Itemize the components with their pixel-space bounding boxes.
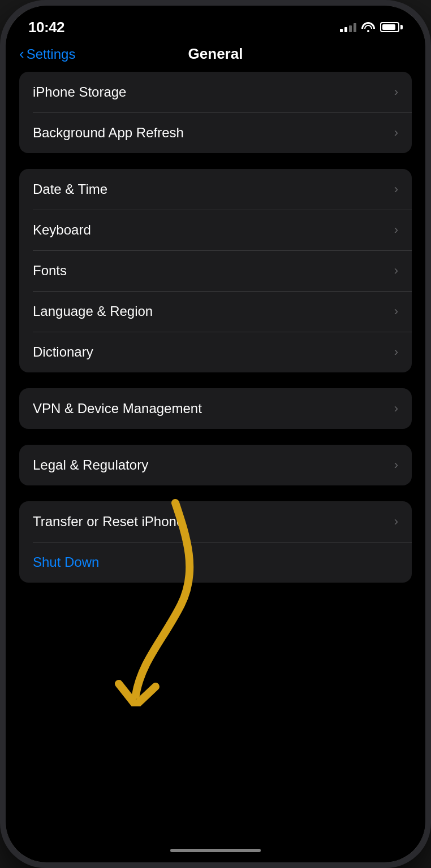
settings-row-shut-down[interactable]: Shut Down bbox=[19, 542, 412, 583]
settings-group-storage: iPhone Storage › Background App Refresh … bbox=[19, 72, 412, 153]
chevron-right-icon: › bbox=[394, 345, 398, 359]
chevron-right-icon: › bbox=[394, 125, 398, 140]
settings-row-transfer-reset[interactable]: Transfer or Reset iPhone › bbox=[19, 501, 412, 542]
chevron-right-icon: › bbox=[394, 182, 398, 197]
wifi-icon bbox=[362, 22, 374, 32]
settings-row-fonts[interactable]: Fonts › bbox=[19, 250, 412, 291]
settings-row-dictionary[interactable]: Dictionary › bbox=[19, 332, 412, 372]
back-chevron-icon: ‹ bbox=[19, 46, 24, 61]
back-button[interactable]: ‹ Settings bbox=[19, 46, 75, 62]
phone-frame: 10:42 ‹ Settings bbox=[0, 0, 431, 868]
settings-row-language-region[interactable]: Language & Region › bbox=[19, 291, 412, 332]
settings-row-date-time[interactable]: Date & Time › bbox=[19, 169, 412, 210]
settings-group-legal: Legal & Regulatory › bbox=[19, 445, 412, 485]
page-title: General bbox=[188, 45, 243, 63]
screen: 10:42 ‹ Settings bbox=[6, 6, 425, 862]
settings-row-vpn-device[interactable]: VPN & Device Management › bbox=[19, 388, 412, 429]
chevron-right-icon: › bbox=[394, 263, 398, 278]
background-app-refresh-label: Background App Refresh bbox=[33, 125, 184, 141]
notch bbox=[153, 6, 278, 27]
settings-group-vpn: VPN & Device Management › bbox=[19, 388, 412, 429]
chevron-right-icon: › bbox=[394, 401, 398, 416]
settings-row-keyboard[interactable]: Keyboard › bbox=[19, 210, 412, 250]
status-time: 10:42 bbox=[28, 19, 64, 36]
back-label: Settings bbox=[27, 46, 76, 62]
settings-row-iphone-storage[interactable]: iPhone Storage › bbox=[19, 72, 412, 112]
status-icons bbox=[340, 22, 403, 32]
home-indicator bbox=[170, 849, 261, 852]
date-time-label: Date & Time bbox=[33, 181, 107, 197]
nav-header: ‹ Settings General bbox=[6, 40, 425, 72]
signal-icon bbox=[340, 22, 356, 32]
settings-row-background-app-refresh[interactable]: Background App Refresh › bbox=[19, 112, 412, 153]
iphone-storage-label: iPhone Storage bbox=[33, 84, 126, 100]
settings-group-locale: Date & Time › Keyboard › Fonts › Languag… bbox=[19, 169, 412, 372]
keyboard-label: Keyboard bbox=[33, 222, 91, 238]
chevron-right-icon: › bbox=[394, 458, 398, 472]
settings-row-legal-regulatory[interactable]: Legal & Regulatory › bbox=[19, 445, 412, 485]
language-region-label: Language & Region bbox=[33, 303, 153, 319]
chevron-right-icon: › bbox=[394, 304, 398, 319]
settings-group-reset: Transfer or Reset iPhone › Shut Down bbox=[19, 501, 412, 583]
transfer-reset-label: Transfer or Reset iPhone bbox=[33, 514, 184, 530]
chevron-right-icon: › bbox=[394, 85, 398, 99]
chevron-right-icon: › bbox=[394, 223, 398, 237]
battery-icon bbox=[380, 22, 403, 32]
vpn-device-label: VPN & Device Management bbox=[33, 401, 202, 416]
legal-regulatory-label: Legal & Regulatory bbox=[33, 457, 148, 473]
chevron-right-icon: › bbox=[394, 514, 398, 529]
dictionary-label: Dictionary bbox=[33, 344, 93, 360]
fonts-label: Fonts bbox=[33, 263, 67, 279]
settings-content: iPhone Storage › Background App Refresh … bbox=[6, 72, 425, 598]
shut-down-label: Shut Down bbox=[33, 554, 99, 570]
